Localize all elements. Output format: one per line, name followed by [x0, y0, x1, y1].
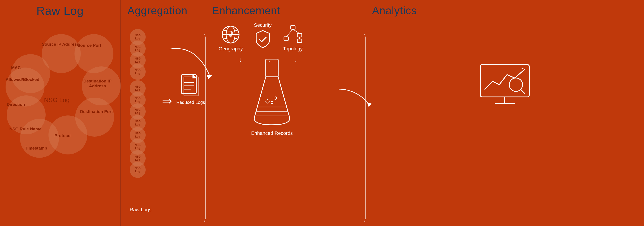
svg-marker-15 — [206, 75, 212, 79]
svg-line-27 — [522, 68, 525, 70]
svg-point-21 — [274, 97, 277, 99]
aggregation-title: Aggregation — [128, 5, 205, 17]
enhancement-panel: Enhancement Geography Security — [205, 0, 365, 226]
topology-icon-group: Topology — [283, 25, 303, 52]
svg-rect-24 — [480, 65, 529, 97]
arrow-to-doc: ⇒ — [162, 94, 172, 108]
raw-log-title: Raw Log — [36, 4, 84, 17]
curve-arrow-container — [165, 45, 228, 90]
svg-point-20 — [266, 100, 269, 103]
circle-direction — [6, 68, 44, 106]
curve-arrow-svg — [165, 45, 228, 89]
topology-label: Topology — [283, 46, 303, 52]
globe-icon — [220, 25, 240, 45]
nsg-stack-1: NSGLog NSGLog NSGLog NSGLog — [130, 29, 146, 80]
flask-container: Enhanced Records — [250, 58, 294, 136]
shield-icon — [254, 29, 272, 49]
venn-diagram: MAC Source IP Address Source Port Destin… — [4, 20, 116, 216]
analytics-title: Analytics — [372, 5, 644, 17]
nsg-stack-3: NSGLog NSGLog NSGLog NSGLog — [130, 127, 146, 178]
nsg-circle-3d: NSGLog — [130, 162, 146, 178]
nsg-stack-2: NSGLog NSGLog NSGLog NSGLog — [130, 80, 146, 131]
left-section: Raw Log MAC Source IP Address Source Por… — [0, 0, 120, 226]
monitor-icon — [478, 62, 532, 107]
monitor-container — [478, 62, 532, 107]
svg-line-13 — [293, 29, 300, 33]
nsg-log-center-label: NSG Log — [44, 96, 70, 104]
reduced-logs-label: Reduced Logs — [176, 100, 205, 105]
svg-rect-10 — [297, 33, 302, 37]
svg-point-22 — [271, 101, 273, 104]
svg-point-28 — [509, 78, 522, 91]
raw-logs-label: Raw Logs — [130, 207, 152, 213]
down-arrow-3: ↓ — [294, 56, 298, 63]
svg-line-29 — [521, 90, 525, 94]
svg-rect-11 — [297, 39, 302, 43]
analytics-panel: Analytics — [365, 0, 644, 226]
security-icon-group: Security — [254, 22, 272, 49]
nsg-circle-1d: NSGLog — [130, 64, 146, 80]
svg-rect-8 — [291, 26, 295, 29]
svg-rect-16 — [266, 59, 278, 77]
security-label: Security — [254, 22, 272, 28]
svg-rect-9 — [284, 37, 288, 40]
enhancement-icons-row: Geography Security — [218, 22, 303, 52]
topology-icon — [283, 25, 303, 45]
aggregation-panel: Aggregation NSGLog NSGLog NSGLog NSGLog … — [121, 0, 205, 226]
svg-line-12 — [286, 29, 293, 37]
enhanced-records-label: Enhanced Records — [251, 130, 293, 136]
down-arrow-1: ↓ — [238, 56, 242, 63]
right-section: Aggregation NSGLog NSGLog NSGLog NSGLog … — [121, 0, 644, 226]
flask-icon — [250, 58, 294, 129]
enhancement-title: Enhancement — [212, 5, 365, 17]
